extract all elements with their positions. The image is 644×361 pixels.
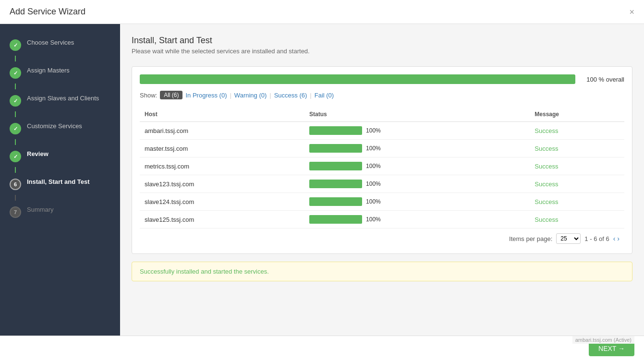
cell-message: Success — [530, 157, 624, 175]
cell-status: 100% — [304, 157, 530, 175]
cell-status: 100% — [304, 211, 530, 229]
cell-host: slave123.tssj.com — [140, 175, 304, 193]
connector-2 — [15, 84, 16, 89]
table-row: master.tssj.com 100% Success — [140, 140, 624, 157]
show-label: Show: — [140, 92, 157, 99]
connector-6 — [15, 195, 16, 201]
sidebar-item-assign-masters[interactable]: ✓ Assign Masters — [0, 61, 120, 84]
prev-page-icon[interactable]: ‹ — [613, 235, 616, 242]
sidebar-item-review[interactable]: ✓ Review — [0, 145, 120, 167]
cell-message: Success — [530, 140, 624, 157]
host-progress-bar — [309, 215, 362, 224]
main-content: Install, Start and Test Please wait whil… — [120, 24, 644, 336]
sidebar-label-assign-masters: Assign Masters — [27, 66, 70, 75]
modal-footer: ambari.tssj.com (Active) NEXT → — [0, 336, 644, 361]
modal-body: ✓ Choose Services ✓ Assign Masters ✓ Ass… — [0, 24, 644, 336]
table-row: ambari.tssj.com 100% Success — [140, 122, 624, 140]
connector-5 — [15, 167, 16, 173]
success-message: Successfully installed and started the s… — [140, 268, 269, 275]
cell-message: Success — [530, 193, 624, 211]
add-service-wizard-modal: Add Service Wizard × ✓ Choose Services ✓… — [0, 0, 644, 361]
items-per-page-label: Items per page: — [509, 235, 552, 242]
step-icon-7: 7 — [10, 206, 21, 218]
step-icon-3: ✓ — [10, 95, 21, 107]
host-percent: 100% — [366, 163, 381, 169]
cell-message: Success — [530, 122, 624, 140]
host-progress-bar — [309, 180, 362, 188]
table-row: metrics.tssj.com 100% Success — [140, 157, 624, 175]
status-success-label: Success — [535, 180, 558, 188]
filter-success[interactable]: Success (6) — [274, 92, 307, 99]
sidebar-label-customize-services: Customize Services — [27, 122, 82, 131]
col-message: Message — [530, 107, 624, 122]
cell-status: 100% — [304, 193, 530, 211]
cell-status: 100% — [304, 175, 530, 193]
host-progress-bar — [309, 144, 362, 153]
modal-title: Add Service Wizard — [10, 7, 85, 17]
host-percent: 100% — [366, 127, 381, 134]
next-page-icon[interactable]: › — [617, 235, 620, 242]
hosts-table: Host Status Message ambari.tssj.com 100%… — [140, 107, 624, 228]
host-progress-bar — [309, 126, 362, 135]
status-success-label: Success — [535, 216, 558, 223]
step-icon-2: ✓ — [10, 67, 21, 79]
table-header-row: Host Status Message — [140, 107, 624, 122]
host-percent: 100% — [366, 198, 381, 205]
cell-status: 100% — [304, 140, 530, 157]
overall-progress-row: 100 % overall — [140, 74, 624, 84]
cell-message: Success — [530, 211, 624, 229]
per-page-select[interactable]: 25 50 100 — [556, 233, 581, 244]
overall-progress-bar — [140, 74, 575, 84]
status-success-label: Success — [535, 127, 558, 134]
filter-warning[interactable]: Warning (0) — [234, 92, 267, 99]
status-success-label: Success — [535, 163, 558, 170]
sidebar-label-choose-services: Choose Services — [27, 38, 74, 47]
table-row: slave124.tssj.com 100% Success — [140, 193, 624, 211]
connector-1 — [15, 56, 16, 61]
host-percent: 100% — [366, 180, 381, 187]
status-success-label: Success — [535, 198, 558, 205]
sidebar-label-summary: Summary — [27, 205, 54, 214]
host-percent: 100% — [366, 216, 381, 223]
host-progress-bar — [309, 162, 362, 170]
table-row: slave123.tssj.com 100% Success — [140, 175, 624, 193]
col-status: Status — [304, 107, 530, 122]
host-progress-bar — [309, 197, 362, 206]
connector-3 — [15, 111, 16, 117]
step-icon-4: ✓ — [10, 123, 21, 134]
page-range: 1 - 6 of 6 — [584, 235, 609, 242]
sidebar-item-summary[interactable]: 7 Summary — [0, 201, 120, 223]
sidebar-item-customize-services[interactable]: ✓ Customize Services — [0, 117, 120, 139]
cell-host: ambari.tssj.com — [140, 122, 304, 140]
page-header: Install, Start and Test Please wait whil… — [132, 36, 632, 59]
modal-header: Add Service Wizard × — [0, 0, 644, 24]
filter-fail[interactable]: Fail (0) — [315, 92, 334, 99]
page-nav[interactable]: ‹ › — [613, 235, 620, 242]
cell-message: Success — [530, 175, 624, 193]
sidebar-item-install-start-test[interactable]: 6 Install, Start and Test — [0, 173, 120, 195]
step-icon-6: 6 — [10, 179, 21, 190]
filter-row: Show: All (6) In Progress (0) | Warning … — [140, 91, 624, 99]
success-banner: Successfully installed and started the s… — [132, 262, 632, 281]
sidebar-item-choose-services[interactable]: ✓ Choose Services — [0, 34, 120, 56]
filter-in-progress[interactable]: In Progress (0) — [185, 92, 227, 99]
cell-host: master.tssj.com — [140, 140, 304, 157]
host-percent: 100% — [366, 145, 381, 152]
cell-host: slave125.tssj.com — [140, 211, 304, 229]
col-host: Host — [140, 107, 304, 122]
watermark: ambari.tssj.com (Active) — [572, 336, 634, 344]
status-success-label: Success — [535, 145, 558, 152]
cell-host: slave124.tssj.com — [140, 193, 304, 211]
sidebar-label-assign-slaves: Assign Slaves and Clients — [27, 94, 99, 103]
pagination-row: Items per page: 25 50 100 1 - 6 of 6 ‹ › — [140, 228, 624, 246]
step-icon-5: ✓ — [10, 151, 21, 162]
close-button[interactable]: × — [629, 8, 634, 16]
connector-4 — [15, 139, 16, 145]
sidebar-label-install-start-test: Install, Start and Test — [27, 178, 90, 186]
overall-percent: 100 % overall — [581, 76, 624, 83]
sidebar-item-assign-slaves[interactable]: ✓ Assign Slaves and Clients — [0, 89, 120, 111]
page-subtitle: Please wait while the selected services … — [132, 48, 632, 55]
filter-all[interactable]: All (6) — [160, 91, 182, 99]
cell-host: metrics.tssj.com — [140, 157, 304, 175]
step-icon-1: ✓ — [10, 39, 21, 51]
